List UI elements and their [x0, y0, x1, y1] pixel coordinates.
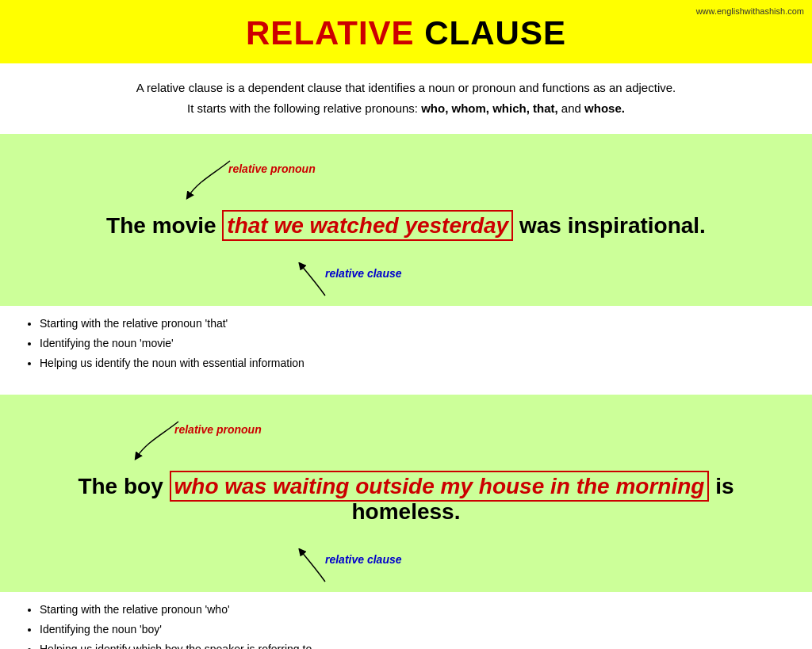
example1-bullets: Starting with the relative pronoun 'that…	[0, 306, 812, 387]
intro-section: A relative clause is a dependent clause …	[0, 63, 812, 126]
list-item: Helping us identify the noun with essent…	[40, 353, 788, 373]
header-section: www.englishwithashish.com RELATIVE CLAUS…	[0, 0, 812, 63]
list-item: Starting with the relative pronoun 'that…	[40, 314, 788, 334]
example1-rp-arrow	[159, 158, 254, 201]
example1-rc-arrow	[262, 262, 341, 302]
example2-annotation-top: relative pronoun	[16, 418, 796, 466]
example1-annotation-top: relative pronoun	[16, 158, 796, 205]
example2-sentence: The boy who was waiting outside my house…	[16, 474, 796, 525]
title-black: CLAUSE	[415, 14, 566, 52]
intro-line2: It starts with the following relative pr…	[32, 98, 780, 119]
title-red: RELATIVE	[246, 14, 415, 52]
list-item: Starting with the relative pronoun 'who'	[40, 600, 788, 620]
example1-end: was inspirational.	[513, 213, 706, 238]
intro-whose-bold: whose.	[584, 101, 625, 115]
example1-section: relative pronoun The movie that we watch…	[0, 134, 812, 306]
example2-section: relative pronoun The boy who was waiting…	[0, 395, 812, 592]
example2-bullets: Starting with the relative pronoun 'who'…	[0, 592, 812, 649]
intro-line2-end: and	[558, 101, 584, 115]
example1-annotation-bottom: relative clause	[16, 262, 796, 306]
example2-highlighted: who was waiting outside my house in the …	[170, 471, 710, 502]
example1-start: The movie	[106, 213, 222, 238]
list-item: Helping us identify which boy the speake…	[40, 639, 788, 649]
example1-highlighted: that we watched yesterday	[222, 210, 513, 241]
list-item: Identifying the noun 'boy'	[40, 620, 788, 639]
intro-line1: A relative clause is a dependent clause …	[32, 78, 780, 98]
example2-rp-arrow	[107, 418, 202, 462]
page-title: RELATIVE CLAUSE	[8, 14, 804, 52]
example2-annotation-bottom: relative clause	[16, 548, 796, 592]
example1-sentence: The movie that we watched yesterday was …	[16, 213, 796, 239]
example2-start: The boy	[78, 474, 169, 498]
list-item: Identifying the noun 'movie'	[40, 334, 788, 353]
example2-rc-arrow	[262, 548, 341, 588]
intro-line2-start: It starts with the following relative pr…	[187, 101, 421, 115]
website-label: www.englishwithashish.com	[696, 6, 804, 16]
intro-pronouns-bold: who, whom, which, that,	[421, 101, 558, 115]
